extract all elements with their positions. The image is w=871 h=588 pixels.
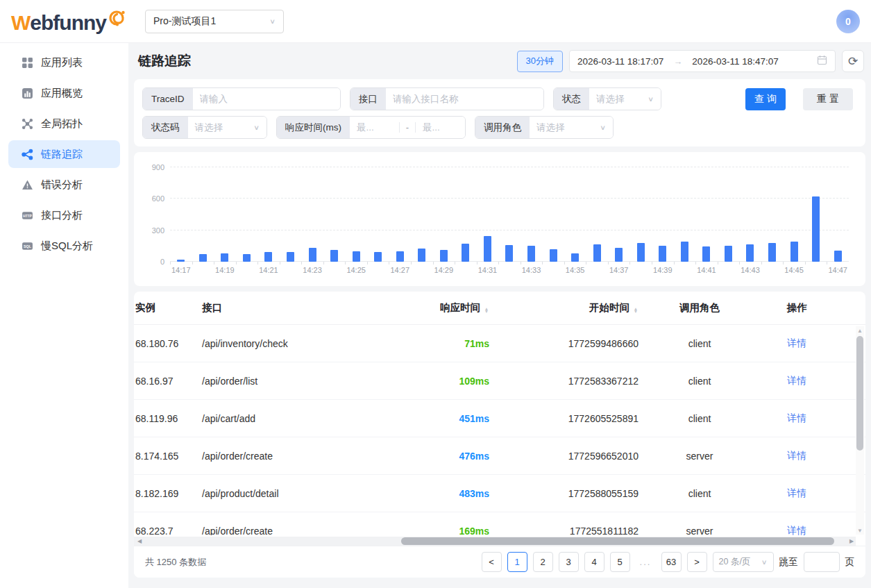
scroll-left-arrow-icon[interactable]: ◀ [135, 537, 144, 546]
jump-to-input[interactable] [804, 552, 840, 572]
sidebar-item-slow-sql[interactable]: SQL慢SQL分析 [8, 232, 120, 260]
chevron-down-icon: ∨ [269, 17, 276, 25]
bar-14:45[interactable] [790, 242, 798, 262]
bar-14:42[interactable] [725, 246, 732, 262]
bar-14:36[interactable] [593, 244, 601, 262]
bar-14:33[interactable] [527, 246, 535, 262]
page-size-select[interactable]: 20 条/页∨ [713, 552, 774, 572]
user-avatar-badge[interactable]: 0 [836, 10, 860, 33]
bar-14:44[interactable] [768, 243, 776, 262]
status-select[interactable]: 请选择∨ [589, 88, 661, 110]
endpoint-input[interactable] [386, 88, 543, 110]
horizontal-scrollbar-thumb[interactable] [401, 537, 834, 545]
bar-14:20[interactable] [243, 254, 251, 262]
sidebar-item-label: 慢SQL分析 [41, 240, 93, 253]
cell-role: client [644, 338, 755, 349]
table-row: 68.16.97/api/order/list109ms177258336721… [134, 362, 865, 400]
page-button-4[interactable]: 4 [584, 552, 604, 572]
table-row: 8.174.165/api/order/create476ms177259665… [134, 437, 865, 475]
bar-14:38[interactable] [637, 243, 645, 262]
column-header-role: 调用角色 [644, 301, 755, 314]
column-header-start[interactable]: 开始时间▲▼ [495, 301, 644, 314]
bar-14:25[interactable] [353, 251, 360, 262]
vertical-scrollbar-thumb[interactable] [856, 336, 863, 451]
traceid-input[interactable] [193, 88, 340, 110]
page-button-63[interactable]: 63 [661, 552, 682, 572]
x-axis-tick-label: 14:27 [390, 266, 409, 274]
status-code-select[interactable]: 请选择∨ [188, 117, 267, 138]
bar-14:23[interactable] [309, 248, 316, 262]
column-header-duration[interactable]: 响应时间▲▼ [363, 301, 495, 314]
date-start: 2026-03-11 18:17:07 [577, 56, 663, 67]
page-button-2[interactable]: 2 [533, 552, 553, 572]
logo-spiral-icon [108, 8, 126, 32]
logo-text-first: W [11, 11, 30, 35]
sidebar-item-app-list[interactable]: 应用列表 [8, 49, 120, 76]
bar-14:43[interactable] [746, 244, 754, 262]
scroll-down-arrow-icon[interactable]: ▼ [856, 526, 864, 535]
date-range-picker[interactable]: 2026-03-11 18:17:07 → 2026-03-11 18:47:0… [569, 50, 836, 72]
bar-14:34[interactable] [550, 249, 557, 262]
bar-14:24[interactable] [330, 250, 338, 262]
chevron-down-icon: ∨ [253, 124, 260, 131]
detail-link[interactable]: 详情 [787, 487, 806, 498]
svg-text:SQL: SQL [24, 244, 32, 249]
page-ellipsis: ... [636, 552, 656, 572]
page-button-3[interactable]: 3 [559, 552, 579, 572]
detail-link[interactable]: 详情 [787, 375, 806, 386]
horizontal-scrollbar[interactable]: ◀ ▶ [134, 537, 856, 546]
bar-14:30[interactable] [462, 244, 469, 262]
response-time-max-input[interactable] [415, 122, 465, 133]
role-filter: 调用角色 请选择∨ [475, 116, 614, 139]
sidebar-item-error-analysis[interactable]: 错误分析 [8, 171, 120, 199]
bar-14:47[interactable] [834, 251, 842, 262]
sort-icon[interactable]: ▲▼ [484, 308, 489, 313]
prev-page-button[interactable]: < [482, 552, 502, 572]
bar-14:29[interactable] [440, 250, 448, 262]
cell-endpoint: /api/product/detail [196, 488, 363, 499]
role-select[interactable]: 请选择∨ [530, 117, 613, 138]
vertical-scrollbar[interactable]: ▲ ▼ [856, 326, 864, 535]
scroll-up-arrow-icon[interactable]: ▲ [856, 326, 864, 335]
bar-14:39[interactable] [659, 246, 666, 262]
sort-icon[interactable]: ▲▼ [633, 308, 639, 313]
project-selector[interactable]: Pro-测试项目1 ∨ [145, 10, 284, 33]
page-button-1[interactable]: 1 [507, 552, 527, 572]
sidebar-item-label: 错误分析 [41, 178, 83, 192]
bar-14:22[interactable] [287, 252, 294, 262]
sidebar-item-api-analysis[interactable]: HTTP接口分析 [8, 201, 120, 229]
sidebar-item-trace[interactable]: 链路追踪 [8, 140, 120, 168]
bar-14:40[interactable] [681, 242, 688, 262]
bar-14:41[interactable] [702, 246, 710, 262]
detail-link[interactable]: 详情 [787, 450, 806, 461]
time-range-chip[interactable]: 30分钟 [517, 51, 563, 72]
bar-14:35[interactable] [571, 253, 579, 262]
bar-14:32[interactable] [505, 245, 513, 262]
sidebar-item-global-topology[interactable]: 全局拓扑 [8, 110, 120, 137]
refresh-button[interactable]: ⟳ [842, 50, 864, 72]
bar-14:31[interactable] [484, 236, 491, 262]
x-axis-tick-label: 14:29 [434, 266, 454, 274]
detail-link[interactable]: 详情 [787, 525, 806, 536]
search-button[interactable]: 查 询 [745, 88, 786, 110]
detail-link[interactable]: 详情 [787, 337, 806, 348]
cell-duration: 109ms [459, 376, 489, 387]
range-separator: - [400, 122, 415, 133]
bar-14:46[interactable] [812, 196, 820, 262]
response-time-min-input[interactable] [350, 122, 400, 133]
detail-link[interactable]: 详情 [787, 412, 806, 423]
reset-button[interactable]: 重 置 [803, 88, 853, 110]
bar-14:21[interactable] [264, 252, 272, 262]
page-button-5[interactable]: 5 [610, 552, 630, 572]
bar-14:28[interactable] [418, 249, 425, 262]
bar-14:18[interactable] [199, 254, 207, 262]
bar-14:26[interactable] [374, 252, 382, 262]
bar-14:19[interactable] [221, 253, 228, 262]
cell-role: client [644, 488, 755, 499]
bar-14:27[interactable] [396, 251, 404, 262]
sidebar-item-app-overview[interactable]: 应用概览 [8, 79, 120, 107]
next-page-button[interactable]: > [687, 552, 707, 572]
scroll-right-arrow-icon[interactable]: ▶ [847, 537, 856, 546]
bar-14:37[interactable] [615, 248, 623, 262]
bar-14:17[interactable] [177, 260, 185, 262]
